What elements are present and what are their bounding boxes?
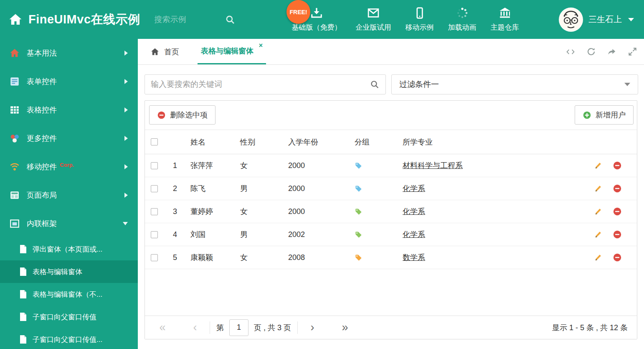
nav-item-theme-repository[interactable]: 主题仓库	[484, 7, 526, 32]
row-checkbox[interactable]	[151, 162, 158, 169]
free-badge: FREE!	[287, 0, 310, 24]
envelope-icon	[367, 7, 380, 19]
main-content: 首页 表格与编辑窗体 ×	[138, 39, 644, 349]
source-code-icon[interactable]	[565, 47, 576, 56]
frame-icon	[9, 218, 20, 229]
sidebar-item-mobile-controls[interactable]: 移动控件 Corp.	[0, 153, 138, 181]
last-page-button[interactable]: »	[337, 322, 353, 333]
nav-item-mobile-demos[interactable]: 移动示例	[398, 7, 441, 32]
sidebar-item-form-controls[interactable]: 表单控件	[0, 67, 138, 96]
delete-icon[interactable]	[613, 230, 622, 239]
expand-icon[interactable]	[628, 47, 637, 56]
mobile-controls-icon	[9, 161, 20, 172]
tab-home[interactable]: 首页	[150, 39, 179, 64]
major-link[interactable]: 数学系	[403, 253, 425, 262]
tab-grid-edit-window[interactable]: 表格与编辑窗体 ×	[198, 39, 266, 64]
edit-icon[interactable]	[593, 207, 603, 216]
sidebar-item-label: 页面布局	[27, 190, 57, 200]
share-icon[interactable]	[607, 47, 617, 56]
nav-item-enterprise-trial[interactable]: 企业版试用	[349, 7, 398, 32]
spinner-icon	[456, 7, 469, 19]
next-page-button[interactable]: ›	[304, 322, 321, 333]
header-search-input[interactable]	[155, 15, 225, 24]
sidebar-item-label: 更多控件	[27, 133, 57, 143]
delete-icon[interactable]	[613, 184, 622, 193]
user-menu[interactable]: 三生石上	[559, 8, 634, 32]
sidebar-item-iframe[interactable]: 内联框架	[0, 209, 138, 238]
row-checkbox[interactable]	[151, 231, 158, 238]
cell-gender: 女	[240, 252, 288, 262]
user-avatar	[559, 8, 583, 32]
nav-item-loading-animations[interactable]: 加载动画	[441, 7, 484, 32]
delete-icon[interactable]	[613, 161, 622, 170]
page-number-input[interactable]	[229, 319, 248, 336]
nav-label: 主题仓库	[491, 23, 519, 32]
prev-page-button[interactable]: ‹	[187, 322, 203, 333]
sidebar-item-more-controls[interactable]: 更多控件	[0, 124, 138, 153]
search-icon[interactable]	[225, 14, 236, 25]
cell-name: 陈飞	[187, 183, 240, 194]
major-link[interactable]: 化学系	[403, 230, 425, 239]
sidebar-subitem-label: 表格与编辑窗体	[33, 267, 82, 277]
close-icon[interactable]: ×	[259, 42, 263, 49]
select-all-checkbox[interactable]	[151, 138, 158, 145]
brand[interactable]: FineUIMvc在线示例	[0, 11, 140, 28]
sidebar-subitem-popup-window[interactable]: 弹出窗体（本页面或...	[0, 238, 138, 260]
sidebar-subitem-label: 子窗口向父窗口传值...	[33, 335, 102, 344]
edit-icon[interactable]	[593, 253, 603, 262]
chevron-right-icon	[124, 51, 128, 56]
sidebar-subitem-label: 表格与编辑窗体（不...	[33, 290, 102, 299]
delete-icon[interactable]	[613, 207, 622, 216]
keyword-search-input[interactable]	[151, 80, 370, 89]
sidebar-item-grid-controls[interactable]: 表格控件	[0, 96, 138, 124]
sidebar-item-label: 表格控件	[27, 105, 57, 115]
sidebar-subitem-child-to-parent[interactable]: 子窗口向父窗口传值	[0, 306, 138, 328]
nav-label: 企业版试用	[356, 23, 391, 32]
chevron-right-icon	[124, 164, 128, 169]
edit-icon[interactable]	[593, 161, 603, 170]
sidebar-subitem-grid-edit-window[interactable]: 表格与编辑窗体	[0, 260, 138, 283]
add-user-button[interactable]: 新增用户	[575, 105, 634, 125]
cell-year: 2000	[288, 207, 352, 216]
delete-selected-button[interactable]: 删除选中项	[149, 105, 216, 125]
row-number: 4	[163, 230, 187, 239]
column-header-year: 入学年份	[288, 137, 352, 147]
nav-label: 基础版（免费）	[292, 23, 342, 32]
filter-dropdown-value: 过滤条件一	[399, 79, 439, 90]
edit-icon[interactable]	[593, 184, 603, 193]
delete-selected-label: 删除选中项	[170, 110, 208, 120]
header-nav: 基础版（免费） 企业版试用 移动示例	[285, 7, 526, 32]
filter-dropdown[interactable]: 过滤条件一	[391, 74, 638, 94]
first-page-button[interactable]: «	[154, 322, 171, 333]
column-header-major: 所学专业	[403, 137, 574, 147]
row-checkbox[interactable]	[151, 208, 158, 215]
header-search	[155, 14, 243, 25]
row-checkbox[interactable]	[151, 185, 158, 192]
cell-year: 2008	[288, 253, 352, 262]
sidebar-item-basic-usage[interactable]: 基本用法	[0, 39, 138, 67]
file-icon	[19, 267, 27, 276]
tab-toolbar	[565, 39, 637, 64]
search-icon[interactable]	[370, 79, 380, 89]
cell-year: 2000	[288, 184, 352, 193]
home-logo-icon	[8, 13, 23, 27]
major-link[interactable]: 化学系	[403, 207, 425, 216]
page-label-suffix: 页 , 共 3 页	[254, 323, 291, 333]
major-link[interactable]: 材料科学与工程系	[403, 161, 463, 170]
cell-name: 刘国	[187, 229, 240, 239]
sidebar-subitem-grid-edit-window-2[interactable]: 表格与编辑窗体（不...	[0, 283, 138, 306]
sidebar-subitem-label: 子窗口向父窗口传值	[33, 312, 96, 322]
bank-icon	[499, 7, 511, 19]
page-label-prefix: 第	[216, 323, 224, 333]
sidebar-subitem-child-to-parent-2[interactable]: 子窗口向父窗口传值...	[0, 328, 138, 349]
sidebar-item-page-layout[interactable]: 页面布局	[0, 181, 138, 209]
delete-icon[interactable]	[613, 253, 622, 262]
minus-circle-icon	[157, 111, 166, 120]
edit-icon[interactable]	[593, 230, 603, 239]
divider	[210, 321, 210, 334]
row-checkbox[interactable]	[151, 254, 158, 261]
refresh-icon[interactable]	[586, 47, 596, 56]
major-link[interactable]: 化学系	[403, 184, 425, 193]
sidebar-item-label: 表单控件	[27, 76, 57, 87]
sidebar: 基本用法 表单控件 表格控件 更多控件 移动控件 Corp.	[0, 39, 138, 349]
